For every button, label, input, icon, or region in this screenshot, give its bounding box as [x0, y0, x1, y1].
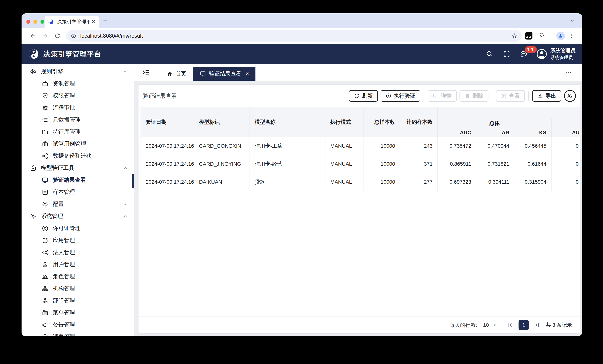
col-header-ar[interactable]: AR: [476, 128, 514, 137]
cell-auc-next[interactable]: 0: [552, 155, 580, 173]
sidebar-item-trial-case[interactable]: 试算用例管理: [22, 138, 134, 150]
cell-auc[interactable]: 0.697323: [438, 173, 476, 191]
col-header-auc[interactable]: AUC: [438, 128, 476, 137]
col-header-model-name[interactable]: 模型名称: [250, 107, 325, 137]
sidebar-item-data-backup[interactable]: 数据备份和迁移: [22, 150, 134, 162]
sidebar-collapse-icon[interactable]: [142, 68, 150, 76]
export-button[interactable]: 导出: [532, 90, 561, 102]
sidebar-item-license[interactable]: 许可证管理: [22, 222, 134, 234]
delete-button[interactable]: 删除: [460, 90, 488, 102]
site-info-icon[interactable]: [71, 33, 76, 38]
sidebar-item-dept-mgmt[interactable]: 部门管理: [22, 295, 134, 307]
cell-model-name[interactable]: 信用卡-经营: [250, 155, 325, 173]
cell-auc[interactable]: 0.735472: [438, 137, 476, 155]
minimize-window-button[interactable]: [34, 20, 37, 24]
cell-model-id[interactable]: DAIKUAN: [194, 173, 250, 191]
sidebar-item-feature-lib[interactable]: 特征库管理: [22, 126, 134, 138]
sidebar-item-message-mgmt[interactable]: 消息管理: [22, 331, 134, 336]
refresh-button[interactable]: 刷新: [349, 90, 378, 102]
cell-ar[interactable]: 0.731821: [476, 155, 514, 173]
reload-icon[interactable]: [54, 33, 60, 39]
col-header-mode[interactable]: 执行模式: [325, 107, 363, 137]
maximize-window-button[interactable]: [40, 20, 44, 24]
cell-ar[interactable]: 0.394111: [476, 173, 514, 191]
fullscreen-icon[interactable]: [503, 50, 510, 58]
run-validation-button[interactable]: 执行验证: [381, 90, 420, 102]
cell-model-id[interactable]: CARD_GONGXIN: [194, 137, 250, 155]
cell-ks[interactable]: 0.61644: [514, 155, 552, 173]
col-header-model-id[interactable]: 模型标识: [194, 107, 250, 137]
sidebar-item-config[interactable]: 配置: [22, 198, 134, 210]
cell-model-id[interactable]: CARD_JINGYING: [194, 155, 250, 173]
browser-menu-kebab-icon[interactable]: [569, 33, 575, 39]
browser-profile-avatar[interactable]: [557, 32, 565, 40]
sidebar-item-validation-result[interactable]: 验证结果查看: [22, 174, 134, 186]
sidebar-item-resource[interactable]: 资源管理: [22, 78, 134, 90]
cell-total[interactable]: 10000: [363, 173, 400, 191]
cell-mode[interactable]: MANUAL: [325, 137, 363, 155]
cell-mode[interactable]: MANUAL: [325, 173, 363, 191]
view-button[interactable]: 查看: [496, 90, 525, 102]
tab-search-chevron-icon[interactable]: [569, 18, 575, 23]
new-tab-button[interactable]: +: [103, 17, 107, 24]
cell-ks[interactable]: 0.456445: [514, 137, 552, 155]
url-input[interactable]: localhost:8080/#/mv/result: [67, 30, 522, 42]
cell-date[interactable]: 2024-07-09 17:24:16: [141, 155, 194, 173]
rows-per-page-value[interactable]: 10: [483, 322, 489, 328]
cell-model-name[interactable]: 信用卡-工薪: [250, 137, 325, 155]
close-window-button[interactable]: [26, 20, 30, 24]
sidebar-item-permission[interactable]: 权限管理: [22, 90, 134, 102]
col-header-defaults[interactable]: 违约样本数: [400, 107, 438, 137]
cell-date[interactable]: 2024-07-09 17:24:16: [141, 137, 194, 155]
cell-defaults[interactable]: 371: [400, 155, 438, 173]
user-info[interactable]: 系统管理员 系统管理员: [550, 48, 576, 60]
browser-tab[interactable]: 决策引擎管理平台 ✕: [45, 16, 99, 28]
cell-mode[interactable]: MANUAL: [325, 155, 363, 173]
sidebar-item-menu-mgmt[interactable]: 菜单管理: [22, 307, 134, 319]
cell-auc[interactable]: 0.865911: [438, 155, 476, 173]
col-header-auc-next[interactable]: AUC: [552, 128, 580, 137]
cell-ar[interactable]: 0.470944: [476, 137, 514, 155]
search-icon[interactable]: [486, 50, 493, 58]
tab-validation-result[interactable]: 验证结果查看 ✕: [193, 67, 255, 81]
last-page-icon[interactable]: [534, 322, 540, 328]
detail-button[interactable]: 详情: [428, 90, 457, 102]
cell-auc-next[interactable]: 0: [552, 137, 580, 155]
tab-close-icon[interactable]: ✕: [91, 19, 95, 25]
rows-dropdown-chevron-icon[interactable]: [493, 323, 497, 327]
tab-home[interactable]: 首页: [160, 67, 193, 81]
extension-badge-icon[interactable]: [525, 32, 533, 40]
cell-total[interactable]: 10000: [363, 137, 400, 155]
cell-auc-next[interactable]: 0: [552, 173, 580, 191]
col-header-ks[interactable]: KS: [514, 128, 552, 137]
cell-defaults[interactable]: 243: [400, 137, 438, 155]
back-icon[interactable]: [30, 33, 36, 39]
column-settings-button[interactable]: [564, 90, 576, 102]
messages-button[interactable]: 120: [520, 50, 527, 58]
cell-ks[interactable]: 0.315904: [514, 173, 552, 191]
tab-more-icon[interactable]: [566, 69, 572, 76]
sidebar-item-sample-mgmt[interactable]: 样本管理: [22, 186, 134, 198]
first-page-icon[interactable]: [507, 322, 513, 328]
forward-icon[interactable]: [42, 33, 48, 39]
cell-date[interactable]: 2024-07-09 17:24:16: [141, 173, 194, 191]
cell-model-name[interactable]: 贷款: [250, 173, 325, 191]
page-number-button[interactable]: 1: [519, 320, 529, 330]
sidebar-item-org-mgmt[interactable]: 机构管理: [22, 283, 134, 295]
sidebar-item-legal-entity[interactable]: 法人管理: [22, 246, 134, 258]
tab-close-icon[interactable]: ✕: [245, 71, 249, 76]
cell-defaults[interactable]: 277: [400, 173, 438, 191]
sidebar-scrollbar-thumb[interactable]: [132, 174, 134, 189]
sidebar-section-rule-engine[interactable]: 规则引擎: [22, 66, 134, 78]
col-header-total[interactable]: 总样本数: [363, 107, 400, 137]
sidebar-item-metadata[interactable]: 123 元数据管理: [22, 114, 134, 126]
sidebar-section-system[interactable]: 系统管理: [22, 210, 134, 222]
sidebar-item-flow-approval[interactable]: 流程审批: [22, 102, 134, 114]
sidebar-section-model-validation[interactable]: 模型验证工具: [22, 162, 134, 174]
sidebar-item-app-mgmt[interactable]: 应用管理: [22, 234, 134, 246]
sidebar-item-user-mgmt[interactable]: 用户管理: [22, 258, 134, 271]
user-avatar[interactable]: [536, 49, 547, 59]
cell-total[interactable]: 10000: [363, 155, 400, 173]
bookmark-star-icon[interactable]: [512, 33, 517, 39]
sidebar-item-role-mgmt[interactable]: 角色管理: [22, 271, 134, 283]
